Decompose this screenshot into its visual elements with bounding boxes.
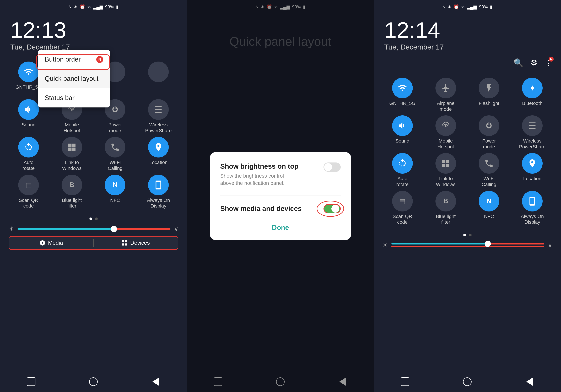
tile-power-3[interactable]: Powermode <box>469 115 509 149</box>
tile-bluelight-3[interactable]: B Blue lightfilter <box>426 191 466 225</box>
status-bar-1: Ν ✶ ⏰ ≋ ▂▄▆ 93% ▮ <box>0 0 187 14</box>
flashlight-icon-3 <box>479 78 499 98</box>
hotspot-label: MobileHotspot <box>64 122 80 133</box>
link-windows-label-3: Link toWindows <box>436 176 456 187</box>
media-toggle[interactable] <box>324 204 341 213</box>
bluetooth-status-icon: ✶ <box>74 4 77 10</box>
battery-status-label: 93% <box>105 4 114 10</box>
battery-status-label-3: 93% <box>479 4 488 10</box>
tile-always-on-3[interactable]: Always OnDisplay <box>512 191 552 225</box>
nav-recents-3[interactable] <box>398 375 412 389</box>
media-toggle-wrap[interactable] <box>320 204 341 213</box>
hotspot-label-3: MobileHotspot <box>437 138 454 149</box>
tile-always-on[interactable]: Always OnDisplay <box>139 175 178 209</box>
media-bar[interactable]: Media Devices <box>9 236 178 250</box>
panel-2: Ν ✶ ⏰ ≋ ▂▄▆ 93% ▮ Quick panel layout Sho… <box>187 0 374 392</box>
wireless-share-label-3: WirelessPowerShare <box>519 138 546 149</box>
tile-link-windows[interactable]: Link toWindows <box>52 137 92 171</box>
tile-hotspot-3[interactable]: MobileHotspot <box>426 115 466 149</box>
alarm-status-icon: ⏰ <box>80 4 85 10</box>
always-on-label-3: Always OnDisplay <box>521 213 544 225</box>
sound-icon <box>18 99 39 120</box>
page-dots-3 <box>374 230 561 240</box>
wifi-label-3: GNTHR_5G <box>389 100 416 106</box>
brightness-toggle[interactable] <box>324 162 341 172</box>
tile-nfc[interactable]: N NFC <box>95 175 135 209</box>
tile-wireless-share-3[interactable]: WirelessPowerShare <box>512 115 552 149</box>
brightness-expand-icon-3[interactable]: ∨ <box>548 242 552 249</box>
nav-home-3[interactable] <box>460 375 474 389</box>
tile-wifi-calling[interactable]: Wi-FiCalling <box>95 137 135 171</box>
wifi-status-icon: ≋ <box>87 4 91 10</box>
menu-quick-panel-layout[interactable]: Quick panel layout <box>38 69 110 88</box>
brightness-min-icon-3: ☀ <box>382 242 388 249</box>
bluelight-icon-3: B <box>435 191 456 212</box>
dot-inactive-3 <box>469 234 472 236</box>
signal-status-icon: ▂▄▆ <box>93 4 103 10</box>
tile-airplane-3[interactable]: Airplanemode <box>426 78 466 112</box>
tile-link-windows-3[interactable]: Link toWindows <box>426 153 466 187</box>
nav-back-3[interactable] <box>523 375 537 389</box>
sound-icon-3 <box>392 115 413 136</box>
devices-button[interactable]: Devices <box>94 237 178 249</box>
time-1: 12:13 <box>10 19 177 41</box>
nav-back-1[interactable] <box>149 375 163 389</box>
wireless-share-label: WirelessPowerShare <box>145 122 172 133</box>
status-icons-3: Ν ✶ ⏰ ≋ ▂▄▆ 93% ▮ <box>442 4 492 10</box>
brightness-row-3: ☀ ∨ <box>374 240 561 251</box>
bluetooth-label-3: Bluetooth <box>522 100 542 106</box>
scanqr-label: Scan QRcode <box>19 197 38 209</box>
tile-autorotate-3[interactable]: Autorotate <box>382 153 422 187</box>
menu-button-order[interactable]: Button order N <box>38 50 110 69</box>
settings-icon-3[interactable]: ⚙ <box>530 58 538 67</box>
brightness-thumb-1[interactable] <box>111 226 117 232</box>
brightness-track-3[interactable] <box>391 243 544 244</box>
brightness-track-1[interactable] <box>18 228 171 230</box>
time-3: 12:14 <box>384 19 550 41</box>
tile-scanqr[interactable]: ▦ Scan QRcode <box>9 175 48 209</box>
nfc-status-icon-3: Ν <box>442 4 446 10</box>
done-button[interactable]: Done <box>272 224 289 231</box>
wifi-calling-icon-3 <box>479 153 499 174</box>
tile-location-1[interactable]: Location <box>139 137 178 171</box>
brightness-thumb-3[interactable] <box>485 241 491 247</box>
tile-scanqr-3[interactable]: ▦ Scan QRcode <box>382 191 422 225</box>
alarm-status-icon-3: ⏰ <box>453 4 459 10</box>
power-label-3: Powermode <box>482 138 496 149</box>
power-label: Powermode <box>108 122 122 133</box>
wifi-calling-label-3: Wi-FiCalling <box>482 176 496 187</box>
wifi-icon <box>18 62 39 82</box>
menu-status-bar[interactable]: Status bar <box>38 88 110 107</box>
tile-sound-3[interactable]: Sound <box>382 115 422 149</box>
svg-rect-2 <box>122 240 124 243</box>
scanqr-label-3: Scan QRcode <box>393 213 412 225</box>
tile-location-3[interactable]: Location <box>512 153 552 187</box>
more-icon-wrap[interactable]: ⋮ N <box>544 58 552 67</box>
sound-label-3: Sound <box>395 138 409 144</box>
tile-wifi-calling-3[interactable]: Wi-FiCalling <box>469 153 509 187</box>
tile-autorotate[interactable]: Autorotate <box>9 137 48 171</box>
date-3: Tue, December 17 <box>384 43 550 51</box>
tile-nfc-3[interactable]: N NFC <box>469 191 509 225</box>
always-on-icon <box>148 175 169 195</box>
power-icon-3 <box>479 115 499 136</box>
tile-wireless-share[interactable]: WirelessPowerShare <box>139 99 178 133</box>
nav-recents-1[interactable] <box>24 375 38 389</box>
bluelight-label: Blue lightfilter <box>62 197 82 209</box>
brightness-expand-icon[interactable]: ∨ <box>174 225 178 233</box>
tile-wifi-3[interactable]: GNTHR_5G <box>382 78 422 112</box>
brightness-row-1: ☀ ∨ <box>0 224 187 234</box>
nav-home-1[interactable] <box>86 375 100 389</box>
time-section-3: 12:14 Tue, December 17 <box>374 14 561 55</box>
nfc-icon-3: N <box>479 191 499 212</box>
bluetooth-icon-3: ✶ <box>522 78 543 98</box>
link-windows-icon-3 <box>435 153 456 174</box>
media-button[interactable]: Media <box>9 237 93 249</box>
dialog-overlay: Show brightness on top Show the brightne… <box>187 0 374 392</box>
tile-bluetooth-3[interactable]: ✶ Bluetooth <box>512 78 552 112</box>
tile-bluelight[interactable]: B Blue lightfilter <box>52 175 92 209</box>
search-icon-3[interactable]: 🔍 <box>514 58 524 67</box>
tile-flashlight-3[interactable]: Flashlight <box>469 78 509 112</box>
dropdown-menu: Button order N Quick panel layout Status… <box>38 50 110 107</box>
svg-rect-3 <box>125 240 127 243</box>
